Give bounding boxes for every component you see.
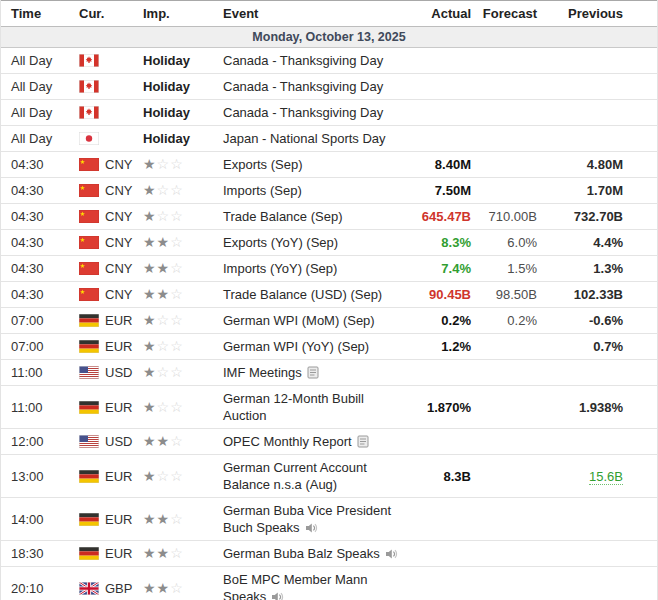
currency-cell: EUR: [71, 339, 133, 354]
previous-value: 4.4%: [547, 235, 657, 250]
actual-value: 0.2%: [413, 313, 481, 328]
calendar-event-row[interactable]: 07:00EUR★☆☆German WPI (YoY) (Sep)1.2%0.7…: [1, 334, 657, 360]
calendar-event-row[interactable]: 04:30CNY★★☆Imports (YoY) (Sep)7.4%1.5%1.…: [1, 256, 657, 282]
germany-flag-icon: [79, 401, 99, 414]
event-time: 04:30: [1, 183, 71, 198]
actual-value: 8.40M: [413, 157, 481, 172]
previous-value: 1.938%: [547, 400, 657, 415]
star-filled-icon: ★: [143, 364, 157, 380]
calendar-event-row[interactable]: 13:00EUR★☆☆German Current Account Balanc…: [1, 455, 657, 498]
star-filled-icon: ★: [143, 260, 157, 276]
currency-cell: GBP: [71, 581, 133, 596]
currency-cell: [71, 106, 133, 119]
calendar-event-row[interactable]: All DayHolidayJapan - National Sports Da…: [1, 126, 657, 152]
holiday-label: Holiday: [133, 131, 213, 146]
column-header-forecast: Forecast: [481, 6, 547, 21]
event-name[interactable]: Trade Balance (USD) (Sep): [213, 282, 413, 307]
currency-code: GBP: [105, 581, 132, 596]
event-time: 04:30: [1, 235, 71, 250]
currency-cell: EUR: [71, 400, 133, 415]
column-header-event: Event: [213, 6, 413, 21]
event-name[interactable]: Exports (YoY) (Sep): [213, 230, 413, 255]
event-name[interactable]: German WPI (MoM) (Sep): [213, 308, 413, 333]
star-empty-icon: ☆: [157, 468, 171, 484]
star-empty-icon: ☆: [170, 156, 184, 172]
canada-flag-icon: [79, 106, 99, 119]
star-empty-icon: ☆: [170, 468, 184, 484]
actual-value: 7.4%: [413, 261, 481, 276]
column-header-time: Time: [1, 6, 71, 21]
importance-stars: ★★☆: [133, 512, 213, 527]
event-name[interactable]: Trade Balance (Sep): [213, 204, 413, 229]
event-name[interactable]: German Current Account Balance n.s.a (Au…: [213, 455, 413, 497]
star-empty-icon: ☆: [170, 286, 184, 302]
germany-flag-icon: [79, 470, 99, 483]
event-name[interactable]: IMF Meetings: [213, 360, 413, 385]
importance-stars: ★☆☆: [133, 157, 213, 172]
event-name[interactable]: German WPI (YoY) (Sep): [213, 334, 413, 359]
actual-value: 7.50M: [413, 183, 481, 198]
event-name[interactable]: Canada - Thanksgiving Day: [213, 100, 413, 125]
calendar-event-row[interactable]: 04:30CNY★★☆Exports (YoY) (Sep)8.3%6.0%4.…: [1, 230, 657, 256]
calendar-event-row[interactable]: All DayHolidayCanada - Thanksgiving Day: [1, 74, 657, 100]
event-name[interactable]: German 12-Month Bubill Auction: [213, 386, 413, 428]
importance-stars: ★☆☆: [133, 339, 213, 354]
currency-code: CNY: [105, 287, 132, 302]
canada-flag-icon: [79, 54, 99, 67]
event-time: 04:30: [1, 261, 71, 276]
event-time: 12:00: [1, 434, 71, 449]
previous-value: 1.70M: [547, 183, 657, 198]
calendar-event-row[interactable]: 04:30CNY★★☆Trade Balance (USD) (Sep)90.4…: [1, 282, 657, 308]
holiday-label: Holiday: [133, 79, 213, 94]
calendar-event-row[interactable]: 04:30CNY★☆☆Exports (Sep)8.40M4.80M: [1, 152, 657, 178]
calendar-event-row[interactable]: 07:00EUR★☆☆German WPI (MoM) (Sep)0.2%0.2…: [1, 308, 657, 334]
event-name[interactable]: Exports (Sep): [213, 152, 413, 177]
calendar-event-row[interactable]: All DayHolidayCanada - Thanksgiving Day: [1, 48, 657, 74]
usa-flag-icon: [79, 366, 99, 379]
calendar-event-row[interactable]: All DayHolidayCanada - Thanksgiving Day: [1, 100, 657, 126]
event-time: 07:00: [1, 313, 71, 328]
actual-value: 8.3B: [413, 469, 481, 484]
calendar-event-row[interactable]: 20:10GBP★★☆BoE MPC Member Mann Speaks: [1, 567, 657, 600]
china-flag-icon: [79, 262, 99, 275]
china-flag-icon: [79, 288, 99, 301]
event-name[interactable]: Japan - National Sports Day: [213, 126, 413, 151]
previous-value: 15.6B: [547, 469, 657, 484]
calendar-event-row[interactable]: 11:00EUR★☆☆German 12-Month Bubill Auctio…: [1, 386, 657, 429]
star-filled-icon: ★: [143, 338, 157, 354]
event-name[interactable]: German Buba Vice President Buch Speaks: [213, 498, 413, 540]
event-name[interactable]: OPEC Monthly Report: [213, 429, 413, 454]
importance-stars: ★☆☆: [133, 183, 213, 198]
star-filled-icon: ★: [143, 156, 157, 172]
currency-cell: EUR: [71, 469, 133, 484]
currency-code: CNY: [105, 209, 132, 224]
calendar-event-row[interactable]: 04:30CNY★☆☆Imports (Sep)7.50M1.70M: [1, 178, 657, 204]
event-name[interactable]: Imports (YoY) (Sep): [213, 256, 413, 281]
previous-value: 732.70B: [547, 209, 657, 224]
forecast-value: 710.00B: [481, 209, 547, 224]
currency-code: CNY: [105, 235, 132, 250]
germany-flag-icon: [79, 314, 99, 327]
calendar-event-row[interactable]: 18:30EUR★★☆German Buba Balz Speaks: [1, 541, 657, 567]
importance-stars: ★☆☆: [133, 469, 213, 484]
star-filled-icon: ★: [157, 286, 171, 302]
event-name[interactable]: Canada - Thanksgiving Day: [213, 74, 413, 99]
column-header-actual: Actual: [413, 6, 481, 21]
event-time: 20:10: [1, 581, 71, 596]
currency-cell: CNY: [71, 261, 133, 276]
currency-cell: [71, 132, 133, 145]
previous-value: 0.7%: [547, 339, 657, 354]
star-filled-icon: ★: [143, 208, 157, 224]
calendar-event-row[interactable]: 14:00EUR★★☆German Buba Vice President Bu…: [1, 498, 657, 541]
china-flag-icon: [79, 210, 99, 223]
event-name[interactable]: Imports (Sep): [213, 178, 413, 203]
calendar-event-row[interactable]: 11:00USD★☆☆IMF Meetings: [1, 360, 657, 386]
event-name[interactable]: BoE MPC Member Mann Speaks: [213, 567, 413, 600]
importance-stars: ★★☆: [133, 546, 213, 561]
star-empty-icon: ☆: [170, 399, 184, 415]
calendar-event-row[interactable]: 04:30CNY★☆☆Trade Balance (Sep)645.47B710…: [1, 204, 657, 230]
calendar-event-row[interactable]: 12:00USD★★☆OPEC Monthly Report: [1, 429, 657, 455]
event-name[interactable]: Canada - Thanksgiving Day: [213, 48, 413, 73]
event-name[interactable]: German Buba Balz Speaks: [213, 541, 413, 566]
star-filled-icon: ★: [143, 399, 157, 415]
